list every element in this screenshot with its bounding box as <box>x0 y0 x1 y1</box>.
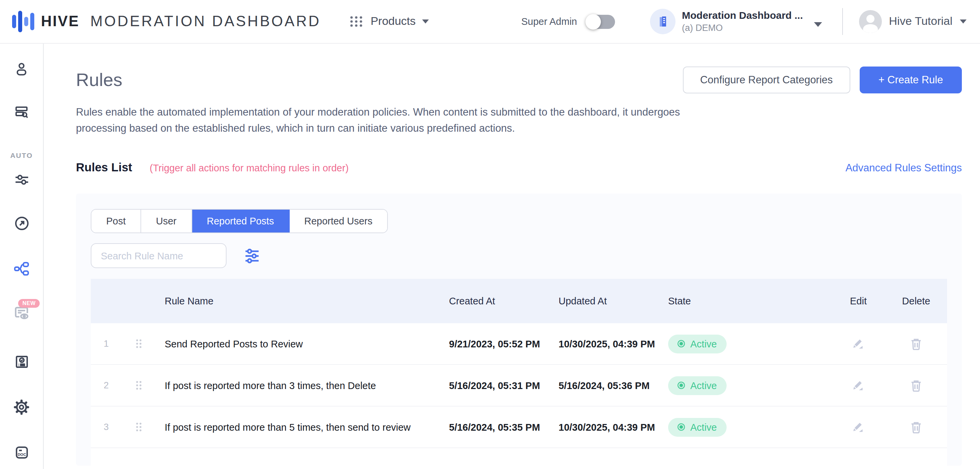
brand-logo[interactable]: HIVE MODERATION DASHBOARD <box>12 10 321 33</box>
chevron-down-icon <box>960 19 967 24</box>
drag-handle[interactable] <box>122 380 155 390</box>
gear-icon <box>13 399 30 416</box>
sidebar-item-settings[interactable] <box>13 399 30 416</box>
rule-name: If post is reported more than 5 times, t… <box>155 421 449 432</box>
row-index: 3 <box>91 422 122 432</box>
created-at: 5/16/2024, 05:35 PM <box>449 421 558 432</box>
table-row: 1 Send Reported Posts to Review 9/21/202… <box>91 323 947 365</box>
org-name: Moderation Dashboard ... <box>682 10 803 22</box>
status-badge: Active <box>668 418 726 436</box>
sliders-icon <box>13 171 30 188</box>
delete-button[interactable] <box>885 336 947 351</box>
status-badge: Active <box>668 376 726 395</box>
rule-type-tabs: Post User Reported Posts Reported Users <box>91 209 388 233</box>
updated-at: 5/16/2024, 05:36 PM <box>558 380 668 391</box>
doc-icon: DOC <box>13 444 30 461</box>
updated-at: 10/30/2025, 04:39 PM <box>558 338 668 349</box>
drag-dots-icon <box>135 422 142 432</box>
edit-button[interactable] <box>832 378 885 393</box>
delete-button[interactable] <box>885 378 947 393</box>
products-label: Products <box>371 15 416 28</box>
pencil-edit-icon <box>851 336 866 351</box>
col-delete: Delete <box>885 296 947 307</box>
sidebar-item-rules[interactable] <box>13 260 30 278</box>
sidebar-auto-label: AUTO <box>10 151 33 159</box>
new-badge: NEW <box>19 299 40 308</box>
header-divider <box>842 8 843 35</box>
app-window: HIVE MODERATION DASHBOARD Products Super… <box>0 0 980 469</box>
tab-reported-posts[interactable]: Reported Posts <box>192 210 290 232</box>
sidebar-item-policy-preview[interactable]: NEW <box>13 304 30 322</box>
configure-report-categories-button[interactable]: Configure Report Categories <box>682 67 850 94</box>
create-rule-button[interactable]: + Create Rule <box>860 67 962 94</box>
sidebar-item-moderation-settings[interactable] <box>13 171 30 188</box>
sidebar-item-content-feed[interactable] <box>13 104 30 120</box>
user-menu[interactable]: Hive Tutorial <box>859 10 967 33</box>
user-name: Hive Tutorial <box>889 15 953 28</box>
tab-post[interactable]: Post <box>91 210 141 232</box>
table-row: 3 If post is reported more than 5 times,… <box>91 407 947 448</box>
created-at: 9/21/2023, 05:52 PM <box>449 338 558 349</box>
table-footer-spacer <box>91 448 947 466</box>
tab-reported-users[interactable]: Reported Users <box>290 210 387 232</box>
row-index: 2 <box>91 380 122 390</box>
org-switcher[interactable]: Moderation Dashboard ... (a) DEMO <box>650 9 822 34</box>
drag-handle[interactable] <box>122 339 155 349</box>
checklist-card-icon <box>13 353 30 370</box>
filter-sliders-icon <box>243 247 261 264</box>
brand-name: HIVE <box>41 13 80 30</box>
sidebar-item-users[interactable] <box>13 61 30 77</box>
col-rule-name: Rule Name <box>155 296 449 307</box>
pencil-edit-icon <box>851 420 866 434</box>
hive-logo-icon <box>12 10 34 33</box>
table-header-row: Rule Name Created At Updated At State Ed… <box>91 279 947 323</box>
filter-button[interactable] <box>243 246 261 265</box>
active-dot-icon <box>678 382 685 389</box>
tab-user[interactable]: User <box>141 210 192 232</box>
grid-apps-icon <box>349 14 364 29</box>
super-admin-toggle[interactable] <box>585 14 615 29</box>
advanced-rules-settings-link[interactable]: Advanced Rules Settings <box>846 162 962 174</box>
status-badge: Active <box>668 334 726 353</box>
chevron-down-icon <box>814 22 822 27</box>
user-icon <box>13 61 30 77</box>
pencil-edit-icon <box>851 378 866 393</box>
col-state: State <box>668 296 832 307</box>
drag-dots-icon <box>135 380 142 390</box>
rules-table: Rule Name Created At Updated At State Ed… <box>91 279 947 466</box>
building-icon <box>650 9 675 34</box>
org-subtitle: (a) DEMO <box>682 23 803 33</box>
arrow-up-right-circle-icon <box>13 215 30 232</box>
trash-icon <box>909 336 924 351</box>
sidebar-nav: AUTO <box>0 44 44 469</box>
super-admin-label: Super Admin <box>521 16 577 27</box>
active-dot-icon <box>678 423 685 431</box>
page-description: Rules enable the automated implementatio… <box>76 104 691 137</box>
row-index: 1 <box>91 339 122 349</box>
sidebar-item-audit[interactable] <box>13 353 30 370</box>
products-menu[interactable]: Products <box>349 14 429 29</box>
rules-panel: Post User Reported Posts Reported Users <box>76 194 962 466</box>
edit-button[interactable] <box>832 420 885 434</box>
delete-button[interactable] <box>885 420 947 434</box>
trash-icon <box>909 378 924 393</box>
brand-suffix: MODERATION DASHBOARD <box>91 13 321 30</box>
page-title: Rules <box>76 70 123 91</box>
created-at: 5/16/2024, 05:31 PM <box>449 380 558 391</box>
updated-at: 10/30/2025, 04:39 PM <box>558 421 668 432</box>
edit-button[interactable] <box>832 336 885 351</box>
rule-name: If post is reported more than 3 times, t… <box>155 380 449 391</box>
trash-icon <box>909 420 924 434</box>
rules-list-title: Rules List <box>76 161 132 175</box>
col-created-at: Created At <box>449 296 558 307</box>
sidebar-item-docs[interactable]: DOC <box>13 444 30 461</box>
super-admin-control: Super Admin <box>521 14 615 29</box>
drag-handle[interactable] <box>122 422 155 432</box>
col-edit: Edit <box>832 296 885 307</box>
svg-text:DOC: DOC <box>18 453 26 456</box>
rules-list-note: (Trigger all actions for matching rules … <box>150 162 348 173</box>
main-content: Rules Configure Report Categories + Crea… <box>44 44 980 469</box>
search-rule-name-input[interactable] <box>91 243 226 268</box>
drag-dots-icon <box>135 339 142 349</box>
sidebar-item-export[interactable] <box>13 215 30 232</box>
